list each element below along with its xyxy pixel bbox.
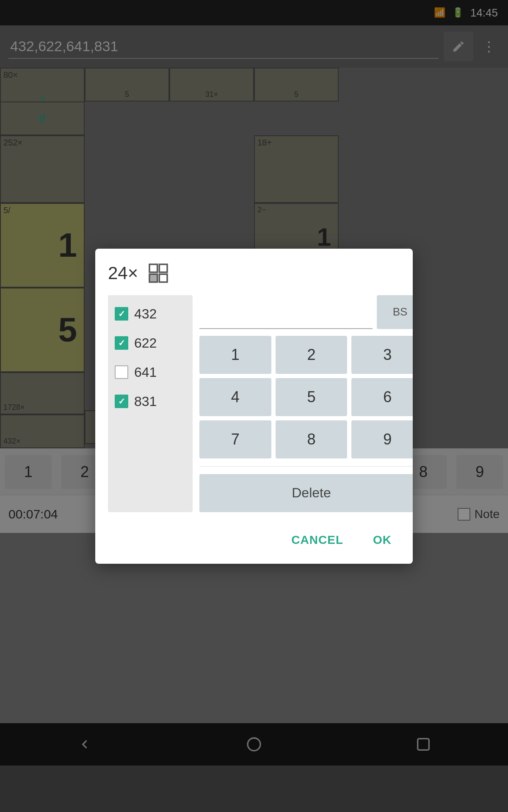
svg-rect-4	[149, 264, 157, 272]
checkbox-1[interactable]	[115, 336, 128, 350]
list-item-num-0: 432	[134, 306, 157, 322]
key-2[interactable]: 2	[276, 336, 348, 374]
delete-button[interactable]: Delete	[199, 474, 413, 512]
grid-icon	[146, 261, 170, 285]
list-item-1[interactable]: 622	[108, 329, 193, 357]
dialog-actions: CANCEL OK	[108, 525, 400, 551]
list-item-2[interactable]: 641	[108, 359, 193, 386]
dialog-keypad: BS 1 2 3 4 5 6 7 8 9 De	[199, 295, 413, 512]
checkbox-0[interactable]	[115, 307, 128, 321]
key-3[interactable]: 3	[351, 336, 413, 374]
key-4[interactable]: 4	[199, 378, 271, 416]
ok-button[interactable]: OK	[364, 529, 400, 551]
dialog-list: 432 622 641 831	[108, 295, 193, 512]
key-8[interactable]: 8	[276, 420, 348, 458]
svg-rect-6	[160, 274, 168, 282]
modal-overlay: 24× 432 622	[0, 0, 508, 812]
keypad-grid: 1 2 3 4 5 6 7 8 9	[199, 336, 413, 458]
checkbox-2[interactable]	[115, 365, 128, 379]
dialog-multiplier: 24×	[108, 263, 138, 283]
svg-rect-5	[160, 264, 168, 272]
list-item-0[interactable]: 432	[108, 300, 193, 328]
list-item-num-3: 831	[134, 394, 157, 409]
key-6[interactable]: 6	[351, 378, 413, 416]
key-9[interactable]: 9	[351, 420, 413, 458]
list-item-3[interactable]: 831	[108, 388, 193, 415]
svg-rect-7	[149, 274, 157, 282]
backspace-button[interactable]: BS	[377, 295, 413, 329]
dialog: 24× 432 622	[95, 249, 413, 564]
cancel-button[interactable]: CANCEL	[283, 529, 352, 551]
key-1[interactable]: 1	[199, 336, 271, 374]
list-item-num-1: 622	[134, 335, 157, 351]
list-item-num-2: 641	[134, 365, 157, 380]
key-5[interactable]: 5	[276, 378, 348, 416]
keypad-divider	[199, 466, 413, 466]
dialog-body: 432 622 641 831	[108, 295, 400, 512]
checkbox-3[interactable]	[115, 395, 128, 408]
dialog-header: 24×	[108, 261, 400, 285]
keypad-input[interactable]	[199, 307, 373, 329]
key-7[interactable]: 7	[199, 420, 271, 458]
keypad-input-row: BS	[199, 295, 413, 329]
